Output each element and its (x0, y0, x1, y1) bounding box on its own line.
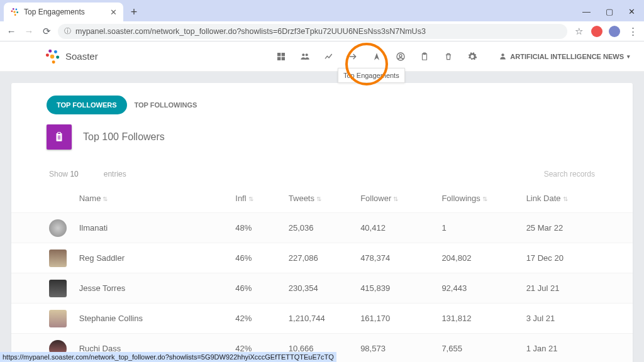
svg-point-10 (56, 55, 59, 58)
browser-tab[interactable]: Top Engagements ✕ (4, 3, 123, 21)
search-input[interactable]: Search records (544, 170, 595, 178)
url-input[interactable]: ⓘ mypanel.soaster.com/network_top_follow… (58, 24, 567, 39)
window-controls: — ▢ ✕ (582, 7, 644, 21)
cell-tweets: 227,086 (289, 253, 360, 263)
brand[interactable]: Soaster (44, 48, 98, 65)
col-infl[interactable]: Infl⇅ (235, 194, 289, 203)
cell-link-date: 25 Mar 22 (526, 223, 595, 233)
svg-rect-24 (58, 133, 61, 134)
sort-icon: ⇅ (248, 195, 253, 202)
svg-point-9 (54, 50, 57, 53)
svg-point-1 (11, 10, 13, 12)
followers-icon[interactable] (299, 50, 311, 63)
svg-point-3 (16, 9, 18, 11)
menu-icon[interactable]: ⋮ (626, 26, 639, 37)
col-tweets[interactable]: Tweets⇅ (289, 194, 360, 203)
tab-top-followings[interactable]: TOP FOLLOWINGS (135, 101, 197, 109)
avatar (49, 219, 67, 237)
forward-nav-icon[interactable] (347, 50, 359, 63)
svg-point-0 (13, 11, 16, 13)
svg-point-19 (399, 54, 402, 57)
avatar (49, 250, 67, 267)
extension-icon[interactable] (591, 26, 602, 37)
account-menu[interactable]: ARTIFICIAL INTELLIGENCE NEWS ▾ (499, 52, 630, 60)
site-info-icon[interactable]: ⓘ (64, 26, 71, 36)
svg-point-16 (303, 53, 305, 56)
clipboard-icon[interactable] (418, 50, 431, 63)
close-window-icon[interactable]: ✕ (628, 7, 635, 16)
section-badge (47, 124, 72, 150)
cell-infl: 46% (235, 253, 289, 263)
cell-followings: 204,802 (441, 253, 526, 263)
tab-top-followers[interactable]: TOP FOLLOWERS (47, 96, 127, 114)
cell-tweets: 230,354 (289, 283, 360, 293)
table-row[interactable]: Reg Saddler46%227,086478,374204,80217 De… (11, 243, 633, 273)
account-circle-icon[interactable] (394, 50, 407, 63)
tab-close-icon[interactable]: ✕ (110, 8, 117, 17)
clipboard-icon (53, 131, 65, 143)
forward-icon[interactable]: → (23, 26, 35, 36)
bookmark-icon[interactable]: ☆ (572, 26, 585, 37)
logo-icon (44, 48, 60, 65)
cell-followings: 131,812 (441, 314, 526, 323)
dashboard-icon[interactable] (275, 50, 287, 63)
cell-follower: 415,839 (360, 283, 441, 293)
svg-point-17 (306, 53, 308, 56)
trend-icon[interactable] (323, 50, 335, 63)
account-name: ARTIFICIAL INTELLIGENCE NEWS (510, 53, 624, 60)
minimize-icon[interactable]: — (582, 7, 591, 16)
cell-followings: 1 (441, 223, 526, 233)
cell-name: Jesse Torres (79, 283, 236, 293)
tab-title: Top Engagements (24, 8, 85, 16)
sort-icon: ⇅ (563, 195, 568, 202)
sort-icon: ⇅ (103, 195, 108, 202)
cell-infl: 48% (235, 223, 289, 233)
sort-icon: ⇅ (482, 195, 487, 202)
avatar (49, 280, 67, 297)
cell-followings: 7,655 (441, 344, 526, 353)
svg-point-22 (502, 53, 504, 56)
svg-point-5 (14, 14, 16, 16)
svg-rect-13 (282, 53, 285, 56)
cell-follower: 161,170 (360, 314, 441, 323)
brand-name: Soaster (65, 51, 98, 62)
col-followings[interactable]: Followings⇅ (441, 194, 526, 203)
table-row[interactable]: Jesse Torres46%230,354415,83992,44321 Ju… (11, 273, 633, 303)
cell-name: Ilmanati (79, 223, 236, 233)
cell-infl: 46% (235, 283, 289, 293)
col-follower[interactable]: Follower⇅ (360, 194, 441, 203)
cell-infl: 42% (235, 314, 289, 323)
svg-point-11 (52, 60, 55, 63)
col-link-date[interactable]: Link Date⇅ (526, 194, 595, 203)
cell-link-date: 3 Jul 21 (526, 314, 595, 323)
avatar (49, 310, 67, 327)
svg-rect-15 (282, 57, 285, 60)
engagement-icon[interactable] (370, 50, 383, 63)
delete-icon[interactable] (442, 50, 455, 63)
reload-icon[interactable]: ⟳ (40, 26, 53, 37)
cell-link-date: 21 Jul 21 (526, 283, 595, 293)
gear-icon[interactable] (466, 50, 479, 63)
section-title: Top 100 Followers (83, 131, 165, 143)
cell-name: Stephanie Collins (79, 314, 236, 323)
svg-point-2 (13, 8, 14, 10)
table-row[interactable]: Ilmanati48%25,03640,412125 Mar 22 (11, 212, 633, 243)
browser-titlebar: Top Engagements ✕ + — ▢ ✕ (0, 0, 644, 21)
profile-avatar-icon[interactable] (609, 26, 620, 37)
cell-link-date: 1 Jan 21 (526, 344, 595, 353)
entries-label: entries (104, 170, 126, 178)
maximize-icon[interactable]: ▢ (606, 7, 613, 16)
table-row[interactable]: Stephanie Collins42%1,210,744161,170131,… (11, 303, 633, 333)
sort-icon: ⇅ (393, 195, 398, 202)
page-size-select[interactable]: 10 (70, 170, 78, 178)
url-text: mypanel.soaster.com/network_top_follower… (75, 27, 426, 36)
cell-tweets: 25,036 (289, 223, 360, 233)
col-name[interactable]: Name⇅ (79, 194, 236, 203)
cell-followings: 92,443 (441, 283, 526, 293)
favicon-icon (10, 8, 19, 16)
status-bar-link: https://mypanel.soaster.com/network_top_… (0, 352, 336, 362)
back-icon[interactable]: ← (5, 26, 18, 36)
svg-point-6 (50, 54, 55, 58)
cell-follower: 478,374 (360, 253, 441, 263)
new-tab-button[interactable]: + (126, 4, 142, 20)
